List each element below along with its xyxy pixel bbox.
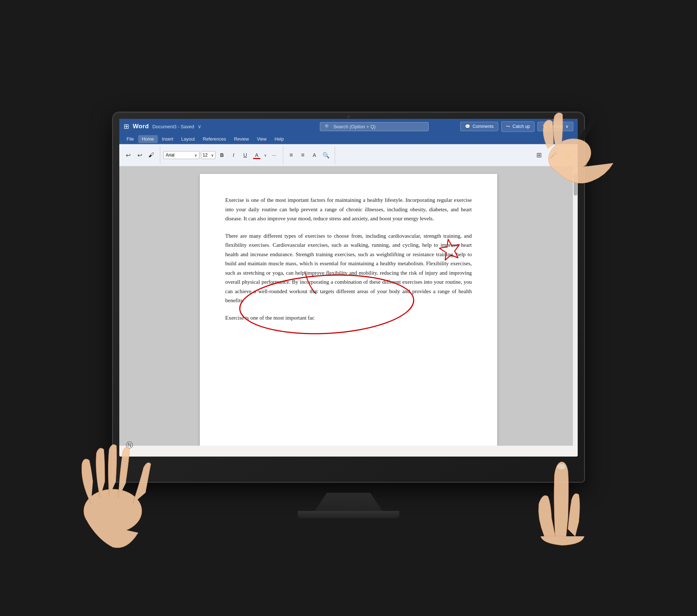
more-options-button[interactable]: ···	[269, 150, 279, 160]
font-color-dropdown[interactable]: ∨	[263, 150, 268, 160]
search-box[interactable]: 🔍 Search (Option + Q)	[320, 122, 429, 131]
svg-point-2	[84, 489, 142, 533]
doc-p1-text: Exercise is one of the most important fa…	[225, 196, 472, 224]
font-size-dropdown-icon: ∨	[211, 153, 214, 157]
nfc-icon: Ⓝ	[126, 440, 133, 450]
search-btn[interactable]: 🔍	[321, 150, 331, 160]
doc-name: Document3 - Saved	[152, 124, 194, 129]
menu-references[interactable]: References	[199, 135, 230, 143]
doc-area: Exercise is one of the most important fa…	[119, 167, 578, 446]
comments-button[interactable]: 💬 Comments	[460, 122, 498, 131]
editing-icon: ✏️	[542, 124, 548, 129]
nfc-symbol: Ⓝ	[126, 441, 133, 449]
title-bar-right: 💬 Comments 〜 Catch up ✏️ Editing ∨	[460, 121, 573, 132]
waffle-icon[interactable]: ⊞	[124, 122, 129, 130]
editing-button[interactable]: ✏️ Editing ∨	[537, 122, 573, 131]
title-bar-left: ⊞ Word Document3 - Saved ∨	[124, 122, 288, 130]
font-name-value: Arial	[166, 153, 174, 158]
dropdown-arrow-doc[interactable]: ∨	[198, 124, 201, 129]
menu-help[interactable]: Help	[271, 135, 288, 143]
font-name-dropdown-icon: ∨	[194, 153, 197, 157]
menu-bar: File Home Insert Layout References Revie…	[119, 134, 578, 144]
comments-icon: 💬	[465, 124, 470, 129]
format-painter-button[interactable]: 🖌	[146, 150, 156, 160]
toolbar-group-font: Arial ∨ 12 ∨ B I U A ∨	[163, 146, 283, 164]
search-icon: 🔍	[325, 124, 330, 129]
catchup-button[interactable]: 〜 Catch up	[501, 121, 535, 132]
monitor-wrapper: ⊞ Word Document3 - Saved ∨ 🔍 Search (Opt…	[113, 112, 584, 482]
scrollbar-thumb[interactable]	[574, 174, 577, 196]
editing-label: Editing	[550, 124, 563, 129]
screen: ⊞ Word Document3 - Saved ∨ 🔍 Search (Opt…	[119, 119, 578, 457]
toolbar-group-undo: ↩ ↩ 🖌	[123, 146, 160, 164]
title-bar-center: 🔍 Search (Option + Q)	[292, 122, 457, 131]
doc-page[interactable]: Exercise is one of the most important fa…	[200, 174, 497, 446]
menu-layout[interactable]: Layout	[178, 135, 199, 143]
undo-button[interactable]: ↩	[123, 150, 133, 160]
catchup-label: Catch up	[512, 124, 530, 129]
menu-insert[interactable]: Insert	[158, 135, 177, 143]
italic-button[interactable]: I	[228, 150, 239, 160]
font-color-button[interactable]: A	[252, 150, 262, 160]
doc-p3-start: Exercise is one of the most important fa…	[225, 313, 472, 323]
menu-home[interactable]: Home	[138, 135, 157, 143]
app-name: Word	[133, 123, 149, 130]
menu-file[interactable]: File	[123, 135, 137, 143]
font-size-value: 12	[203, 153, 207, 158]
doc-paragraph-2: There are many different types of exerci…	[225, 232, 472, 305]
text-color-btn[interactable]: A	[309, 150, 319, 160]
comments-label: Comments	[473, 124, 494, 129]
align-button[interactable]: ≡	[298, 150, 308, 160]
underline-button[interactable]: U	[240, 150, 250, 160]
grid-view-button[interactable]: ⊞	[533, 149, 545, 161]
search-placeholder: Search (Option + Q)	[333, 124, 376, 129]
microphone-button[interactable]: 🎤	[547, 149, 560, 161]
menu-view[interactable]: View	[253, 135, 270, 143]
toolbar-group-paragraph: ≡ ≡ A 🔍	[286, 146, 335, 164]
monitor-bezel: ⊞ Word Document3 - Saved ∨ 🔍 Search (Opt…	[113, 112, 584, 482]
doc-p2-text: There are many different types of exerci…	[225, 232, 472, 305]
doc-paragraph-1: Exercise is one of the most important fa…	[225, 196, 472, 224]
right-tools: ⊞ 🎤 ✨	[533, 149, 574, 161]
redo-button[interactable]: ↩	[135, 150, 145, 160]
camera-dot	[347, 115, 350, 118]
bold-button[interactable]: B	[217, 150, 227, 160]
menu-review[interactable]: Review	[230, 135, 252, 143]
font-name-selector[interactable]: Arial ∨	[163, 151, 199, 159]
font-size-selector[interactable]: 12 ∨	[201, 151, 215, 159]
font-color-icon: A	[255, 152, 258, 158]
list-button[interactable]: ≡	[286, 150, 296, 160]
doc-paragraph-3-partial: Exercise is one of the most important fa…	[225, 313, 472, 323]
ribbon-toolbar: ↩ ↩ 🖌 Arial ∨ 12 ∨ B I	[119, 144, 578, 167]
magic-pen-button[interactable]: ✨	[562, 149, 574, 161]
catchup-icon: 〜	[506, 124, 510, 130]
scrollbar[interactable]	[573, 167, 578, 446]
monitor-foot	[298, 511, 399, 518]
title-bar: ⊞ Word Document3 - Saved ∨ 🔍 Search (Opt…	[119, 119, 578, 134]
dropdown-arrow-editing: ∨	[565, 124, 569, 129]
